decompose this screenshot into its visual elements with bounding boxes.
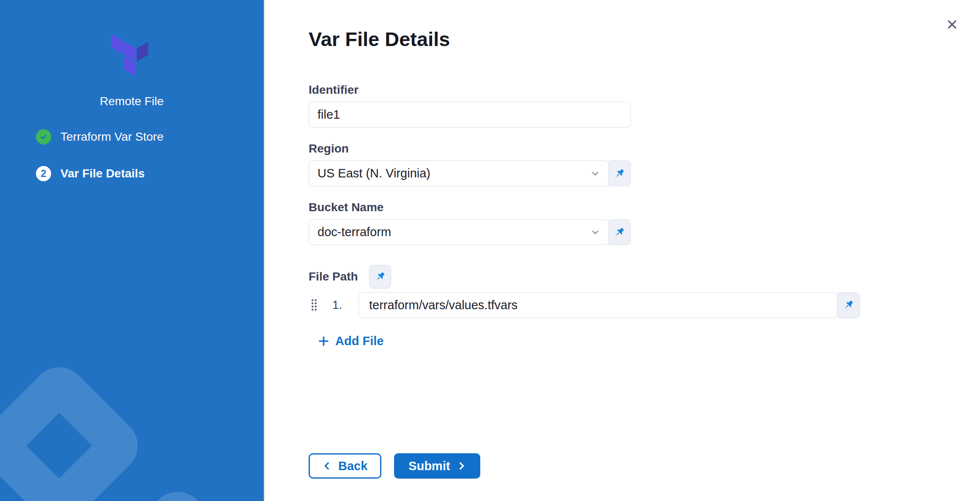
region-select-group: US East (N. Virginia) xyxy=(309,161,631,186)
step-terraform-var-store[interactable]: Terraform Var Store xyxy=(36,129,263,144)
bucket-pin-button[interactable] xyxy=(607,219,631,245)
sidebar-watermark-shape xyxy=(0,356,149,501)
identifier-input[interactable] xyxy=(309,102,631,128)
file-path-input-group xyxy=(359,292,860,318)
region-pin-button[interactable] xyxy=(607,161,631,186)
close-icon xyxy=(946,18,958,31)
step-number-badge: 2 xyxy=(36,166,51,181)
back-button-label: Back xyxy=(338,459,367,473)
step-label: Terraform Var Store xyxy=(60,130,164,144)
bucket-select[interactable]: doc-terraform xyxy=(309,219,609,245)
file-path-header: File Path xyxy=(309,265,980,289)
file-path-pin-button[interactable] xyxy=(369,265,391,289)
file-path-row: 1. xyxy=(309,292,980,318)
file-path-input[interactable] xyxy=(359,292,838,318)
pushpin-icon xyxy=(613,167,626,180)
plus-icon xyxy=(318,335,329,347)
chevron-left-icon xyxy=(323,461,332,471)
region-selected-value: US East (N. Virginia) xyxy=(318,166,430,180)
terraform-logo xyxy=(109,33,155,78)
bucket-select-group: doc-terraform xyxy=(309,219,631,245)
region-select[interactable]: US East (N. Virginia) xyxy=(309,161,609,186)
close-button[interactable] xyxy=(944,17,960,32)
sidebar-watermark-shape xyxy=(88,481,264,501)
pushpin-icon xyxy=(842,299,855,311)
pushpin-icon xyxy=(374,270,386,283)
file-row-index: 1. xyxy=(332,298,347,312)
chevron-down-icon xyxy=(590,168,601,179)
add-file-label: Add File xyxy=(335,334,383,348)
var-file-details-panel: Var File Details Identifier Region xyxy=(264,0,980,501)
file-row-pin-button[interactable] xyxy=(836,292,860,318)
add-file-button[interactable]: Add File xyxy=(318,334,383,348)
sidebar-app-title: Remote File xyxy=(0,94,263,109)
step-completed-badge xyxy=(36,129,51,144)
region-label: Region xyxy=(309,142,980,155)
page-title: Var File Details xyxy=(309,28,980,50)
pushpin-icon xyxy=(613,226,626,239)
identifier-field: Identifier xyxy=(309,83,980,128)
bucket-name-field: Bucket Name doc-terraform xyxy=(309,201,980,245)
region-field: Region US East (N. Virginia) xyxy=(309,142,980,186)
submit-button[interactable]: Submit xyxy=(394,453,480,479)
chevron-down-icon xyxy=(590,227,601,238)
footer-actions: Back Submit xyxy=(309,453,980,479)
wizard-sidebar: Remote File Terraform Var Store 2 Var Fi… xyxy=(0,0,264,501)
submit-button-label: Submit xyxy=(408,459,450,473)
step-var-file-details[interactable]: 2 Var File Details xyxy=(36,166,263,181)
wizard-dialog: Remote File Terraform Var Store 2 Var Fi… xyxy=(0,0,980,501)
bucket-selected-value: doc-terraform xyxy=(318,225,391,239)
step-label: Var File Details xyxy=(60,167,145,180)
wizard-steps: Terraform Var Store 2 Var File Details xyxy=(36,129,263,181)
bucket-name-label: Bucket Name xyxy=(309,201,980,214)
back-button[interactable]: Back xyxy=(309,453,381,479)
drag-handle-icon[interactable] xyxy=(311,299,317,311)
check-icon xyxy=(39,132,48,142)
chevron-right-icon xyxy=(457,461,466,471)
file-path-label: File Path xyxy=(309,270,358,283)
identifier-label: Identifier xyxy=(309,83,980,97)
